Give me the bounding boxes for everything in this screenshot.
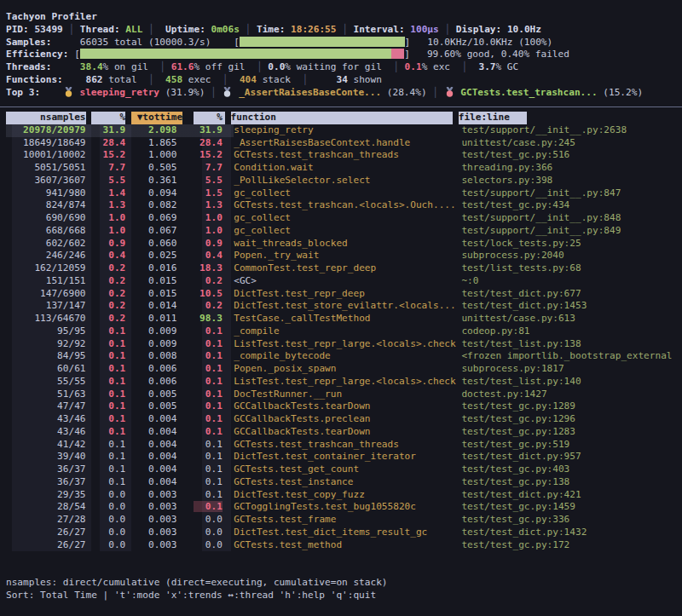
- table-row[interactable]: 941/980 1.4 0.094 1.5 gc_collect test/su…: [6, 187, 682, 200]
- table-row[interactable]: 39/40 0.1 0.004 0.1 DictTest.test_contai…: [6, 451, 682, 463]
- status-line-threads: Threads: 38.4% on gil │ 61.6% off gil │ …: [6, 61, 682, 74]
- column-header-pct-direct[interactable]: %: [91, 112, 125, 124]
- table-header: nsamples % ▼tottime % function file:line: [6, 112, 682, 124]
- table-row[interactable]: 824/874 1.3 0.082 1.3 GCTests.test_trash…: [6, 199, 682, 212]
- column-header-nsamples[interactable]: nsamples: [6, 112, 86, 124]
- table-row[interactable]: 95/95 0.1 0.009 0.1 _compile codeop.py:8…: [6, 325, 682, 338]
- footer-help-nsamples: nsamples: direct/cumulative (direct=exec…: [6, 577, 682, 590]
- column-header-tottime-sort[interactable]: ▼tottime: [131, 112, 182, 124]
- table-row[interactable]: 137/147 0.2 0.014 0.2 DictTest.test_stor…: [6, 300, 682, 313]
- bar-fill: [240, 37, 405, 47]
- table-row[interactable]: 18649/18649 28.4 1.865 28.4 _AssertRaise…: [6, 137, 682, 150]
- table-row[interactable]: 5051/5051 7.7 0.505 7.7 Condition.wait t…: [6, 162, 682, 175]
- status-line-samples: Samples: 66035 total (10000.3/s) [] 10.0…: [6, 37, 682, 49]
- table-row[interactable]: 92/92 0.1 0.009 0.1 ListTest.test_repr_l…: [6, 338, 682, 351]
- table-row[interactable]: 147/6900 0.2 0.015 10.5 DictTest.test_re…: [6, 288, 682, 301]
- table-row[interactable]: 36/37 0.1 0.004 0.1 GCTests.test_get_cou…: [6, 463, 682, 476]
- bar-fill-failed: [391, 49, 404, 59]
- table-row[interactable]: 246/246 0.4 0.025 0.4 Popen._try_wait su…: [6, 250, 682, 262]
- table-row[interactable]: 28/54 0.0 0.003 0.1 GCTogglingTests.test…: [6, 501, 682, 514]
- top3-function-1: sleeping_retry: [79, 87, 159, 98]
- table-row[interactable]: 10001/10002 15.2 1.000 15.2 GCTests.test…: [6, 149, 682, 162]
- table-row[interactable]: 41/42 0.1 0.004 0.1 GCTests.test_trashca…: [6, 439, 682, 452]
- table-row[interactable]: 60/61 0.1 0.006 0.1 Popen._posix_spawn s…: [6, 363, 682, 376]
- table-row[interactable]: 151/151 0.2 0.015 0.2 <GC> ~:0: [6, 275, 682, 288]
- table-row[interactable]: 690/690 1.0 0.069 1.0 gc_collect test/su…: [6, 212, 682, 225]
- status-line-efficiency: Efficiency: [] 99.60% good, 0.40% failed: [6, 49, 682, 61]
- table-row[interactable]: 3607/3607 5.5 0.361 5.5 _PollLikeSelecto…: [6, 175, 682, 187]
- table-row-selected[interactable]: 20978/20979 31.9 2.098 31.9 sleeping_ret…: [6, 124, 682, 137]
- table-row[interactable]: 36/37 0.1 0.004 0.1 GCTests.test_instanc…: [6, 476, 682, 489]
- top3-function-2: _AssertRaisesBaseConte...: [239, 87, 381, 98]
- app-title: Tachyon Profiler: [6, 11, 682, 24]
- status-line-top3: Top 3: sleeping_retry (31.9%) │ _AssertR…: [6, 87, 682, 100]
- table-row[interactable]: 602/602 0.9 0.060 0.9 wait_threads_block…: [6, 238, 682, 250]
- tachyon-profiler: Tachyon Profiler PID: 53499 │ Thread: AL…: [0, 0, 682, 602]
- table-row[interactable]: 47/47 0.1 0.005 0.1 GCCallbackTests.tear…: [6, 400, 682, 413]
- footer-help-sort: Sort: Total Time | 't':mode 'x':trends ↔…: [6, 590, 682, 602]
- table-row[interactable]: 27/28 0.0 0.003 0.0 GCTests.test_frame t…: [6, 514, 682, 527]
- table-row[interactable]: 43/46 0.1 0.004 0.1 GCCallbackTests.prec…: [6, 413, 682, 426]
- table-row[interactable]: 113/64670 0.2 0.011 98.3 TestCase._callT…: [6, 313, 682, 325]
- separator: [6, 99, 682, 112]
- table-row[interactable]: 84/95 0.1 0.008 0.1 _compile_bytecode <f…: [6, 350, 682, 363]
- table-row[interactable]: 51/63 0.1 0.005 0.1 DocTestRunner.__run …: [6, 389, 682, 401]
- table-row[interactable]: 668/668 1.0 0.067 1.0 gc_collect test/su…: [6, 225, 682, 238]
- table-row[interactable]: 26/27 0.0 0.003 0.0 GCTests.test_method …: [6, 539, 682, 552]
- table-row[interactable]: 26/27 0.0 0.003 0.0 DictTest.test_dict_i…: [6, 527, 682, 539]
- column-header-file-line[interactable]: file:line: [459, 112, 527, 124]
- table-row[interactable]: 43/46 0.1 0.004 0.1 GCCallbackTests.tear…: [6, 426, 682, 439]
- column-header-pct-cumulative[interactable]: %: [194, 112, 224, 124]
- status-line-pid: PID: 53499 │ Thread: ALL │ Uptime: 0m06s…: [6, 24, 682, 37]
- status-line-functions: Functions: 862 total │ 458 exec │ 404 st…: [6, 74, 682, 87]
- top3-function-3: GCTests.test_trashcan...: [460, 87, 597, 98]
- table-body: 20978/20979 31.9 2.098 31.9 sleeping_ret…: [6, 124, 682, 552]
- bar-fill: [80, 49, 391, 59]
- table-row[interactable]: 55/55 0.1 0.006 0.1 ListTest.test_repr_l…: [6, 376, 682, 389]
- table-row[interactable]: 29/35 0.0 0.003 0.1 DictTest.test_copy_f…: [6, 489, 682, 502]
- table-row[interactable]: 162/12059 0.2 0.016 18.3 CommonTest.test…: [6, 262, 682, 275]
- column-header-function[interactable]: function: [231, 112, 453, 124]
